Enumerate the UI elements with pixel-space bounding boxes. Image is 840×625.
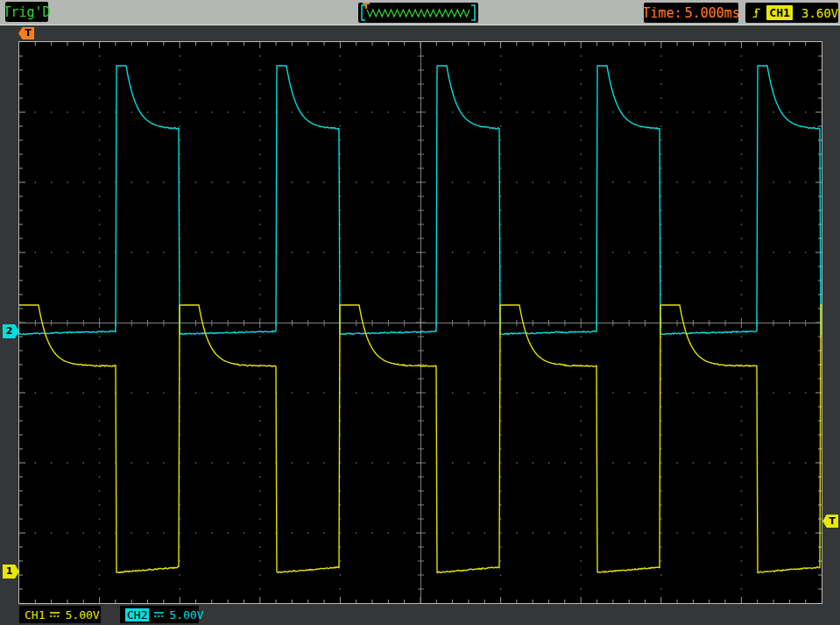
trigger-source-badge: CH1 [766,5,792,20]
oscilloscope-window: Trig'D Time: 5.000ms CH1 3.60V T 2 1 T C [0,0,840,625]
ch1-ground-marker[interactable]: 1 [3,565,19,579]
trigger-position-marker[interactable]: T [18,27,34,39]
top-status-bar: Trig'D Time: 5.000ms CH1 3.60V [0,0,840,25]
ch2-ground-marker[interactable]: 2 [3,324,19,338]
dc-coupling-icon [154,611,164,618]
graticule-grid [19,42,822,603]
ch1-readout[interactable]: CH1 5.00V [19,606,101,623]
trigger-status-box: Trig'D [5,2,48,22]
ch1-scale-value: 5.00V [65,608,99,621]
memory-preview-waveform [358,3,478,23]
trigger-readout: CH1 3.60V [745,3,838,23]
dc-coupling-icon [50,611,60,618]
ch2-scale-value: 5.00V [169,608,203,621]
rising-edge-trigger-icon [752,4,761,22]
ch1-label: CH1 [25,608,45,621]
waveform-display [18,41,822,604]
display-bezel: T 2 1 T CH1 5.00V CH2 [0,25,840,625]
ch2-readout[interactable]: CH2 5.00V [120,606,199,623]
timebase-label: Time: [642,5,681,21]
timebase-value: 5.000ms [684,5,739,21]
trigger-level-marker[interactable]: T [822,515,838,528]
trigger-level-value: 3.60V [801,6,838,20]
ch2-label: CH2 [125,608,149,621]
timebase-readout: Time: 5.000ms [644,3,738,23]
horizontal-position-preview[interactable] [358,3,478,23]
trigger-status-text: Trig'D [3,4,50,20]
